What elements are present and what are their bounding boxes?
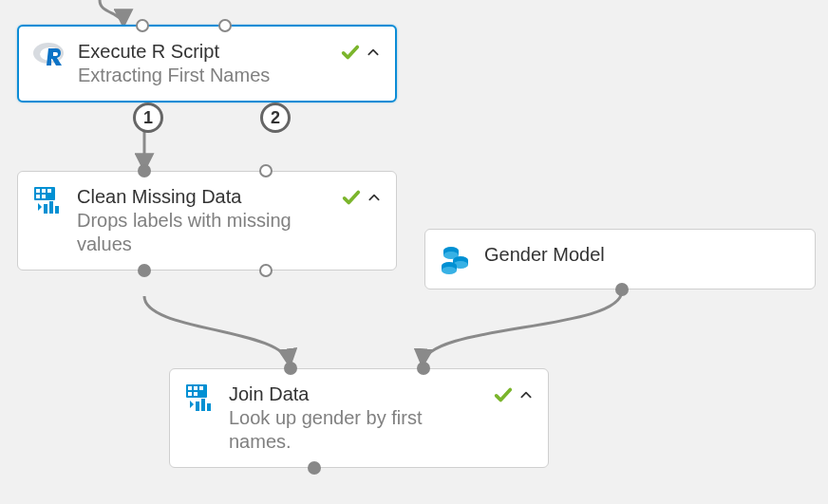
output-port-label: 2 [271, 108, 280, 128]
output-port-2[interactable]: 2 [260, 103, 291, 133]
svg-rect-10 [55, 206, 59, 214]
input-port[interactable] [138, 164, 151, 177]
svg-rect-28 [207, 403, 211, 411]
status-check-icon [340, 42, 361, 66]
output-port-1[interactable]: 1 [133, 103, 163, 133]
svg-rect-26 [196, 401, 199, 411]
data-table-icon [31, 185, 66, 215]
node-title: Gender Model [484, 243, 800, 267]
node-join-data[interactable]: Join Data Look up gender by first names. [169, 368, 549, 468]
svg-rect-23 [199, 386, 203, 390]
input-port[interactable] [136, 19, 149, 32]
svg-rect-27 [201, 399, 205, 411]
output-port[interactable] [138, 264, 151, 277]
svg-rect-6 [36, 195, 40, 198]
status-check-icon [341, 187, 362, 212]
svg-rect-4 [42, 189, 46, 193]
svg-rect-9 [49, 201, 53, 214]
node-subtitle: Extracting First Names [78, 64, 321, 87]
collapse-caret-icon[interactable] [367, 191, 381, 208]
node-execute-r-script[interactable]: Execute R Script Extracting First Names … [17, 25, 397, 103]
svg-rect-21 [188, 386, 192, 390]
output-port[interactable] [615, 283, 629, 296]
input-port[interactable] [218, 19, 232, 32]
output-port[interactable] [259, 264, 273, 277]
svg-rect-5 [47, 189, 51, 193]
collapse-caret-icon[interactable] [519, 388, 533, 405]
input-port[interactable] [284, 362, 297, 375]
svg-rect-24 [188, 392, 192, 396]
collapse-caret-icon[interactable] [367, 46, 380, 63]
workflow-canvas[interactable]: Execute R Script Extracting First Names … [0, 0, 828, 504]
output-port-label: 1 [143, 108, 153, 128]
svg-rect-7 [42, 195, 46, 198]
svg-rect-25 [194, 392, 198, 396]
r-logo-icon [32, 40, 66, 68]
input-port[interactable] [417, 362, 430, 375]
svg-rect-22 [194, 386, 198, 390]
input-port[interactable] [259, 164, 273, 177]
svg-rect-8 [44, 204, 47, 214]
node-subtitle: Look up gender by first names. [229, 406, 474, 454]
svg-point-19 [442, 267, 457, 274]
data-table-icon [183, 383, 217, 413]
node-title: Execute R Script [78, 40, 321, 64]
output-port[interactable] [308, 461, 321, 475]
node-title: Join Data [229, 383, 474, 406]
node-title: Clean Missing Data [77, 185, 322, 209]
node-gender-model[interactable]: Gender Model [424, 229, 816, 289]
status-check-icon [493, 384, 514, 409]
svg-rect-3 [36, 189, 40, 193]
dataset-icon [439, 243, 473, 275]
node-clean-missing-data[interactable]: Clean Missing Data Drops labels with mis… [17, 171, 397, 271]
node-subtitle: Drops labels with missing values [77, 209, 322, 256]
